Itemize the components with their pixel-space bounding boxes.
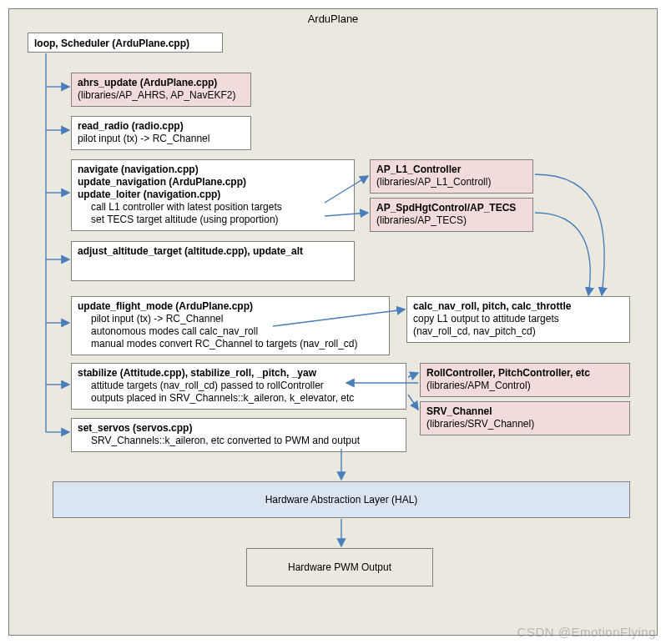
watermark: CSDN @EmotionFlying — [517, 625, 656, 639]
flight-d2: autonomous modes call calc_nav_roll — [78, 325, 258, 338]
stab-d2: outputs placed in SRV_Channels::k_ailero… — [78, 392, 354, 405]
box-hal: Hardware Abstraction Layer (HAL) — [53, 481, 630, 518]
nav-d2: set TECS target altitude (using proporti… — [78, 214, 279, 226]
nav-d1: call L1 controller with latest position … — [78, 201, 282, 214]
nav-l1: navigate (navigation.cpp) — [78, 164, 199, 175]
l1-title: AP_L1_Controller — [376, 164, 461, 175]
box-hardware-pwm: Hardware PWM Output — [246, 548, 433, 586]
rp-title: RollController, PitchController, etc — [426, 367, 590, 379]
ahrs-sub: (libraries/AP_AHRS, AP_NavEKF2) — [78, 89, 235, 101]
box-l1-controller: AP_L1_Controller (libraries/AP_L1_Contro… — [370, 159, 533, 194]
srv-sub: (libraries/SRV_Channel) — [426, 418, 534, 430]
box-srv-channel: SRV_Channel (libraries/SRV_Channel) — [420, 401, 630, 435]
box-stabilize: stabilize (Attitude.cpp), stabilize_roll… — [71, 363, 406, 410]
servos-sub: SRV_Channels::k_aileron, etc converted t… — [78, 435, 360, 447]
box-adjust-altitude: adjust_altitude_target (altitude.cpp), u… — [71, 241, 355, 281]
box-loop-scheduler: loop, Scheduler (ArduPlane.cpp) — [28, 33, 223, 53]
nav-l2: update_navigation (ArduPlane.cpp) — [78, 176, 246, 188]
calc-d1: copy L1 output to attitude targets — [413, 313, 559, 325]
stab-title: stabilize (Attitude.cpp), stabilize_roll… — [78, 367, 316, 379]
srv-title: SRV_Channel — [426, 405, 492, 417]
l1-sub: (libraries/AP_L1_Controll) — [376, 176, 491, 188]
hal-title: Hardware Abstraction Layer (HAL) — [265, 494, 418, 506]
diagram-canvas: ArduPlane loop, Scheduler (ArduPlane.cpp… — [8, 8, 658, 636]
ahrs-title: ahrs_update (ArduPlane.cpp) — [78, 77, 217, 88]
box-navigate: navigate (navigation.cpp) update_navigat… — [71, 159, 355, 231]
radio-title: read_radio (radio.cpp) — [78, 120, 184, 132]
calc-d2: (nav_roll_cd, nav_pitch_cd) — [413, 325, 536, 337]
alt-title: adjust_altitude_target (altitude.cpp), u… — [78, 245, 303, 257]
tecs-title: AP_SpdHgtControl/AP_TECS — [376, 202, 516, 214]
calc-title: calc_nav_roll, pitch, calc_throttle — [413, 300, 571, 312]
box-ahrs-update: ahrs_update (ArduPlane.cpp) (libraries/A… — [71, 73, 251, 107]
pwm-title: Hardware PWM Output — [288, 561, 391, 573]
flight-title: update_flight_mode (ArduPlane.cpp) — [78, 300, 253, 312]
box-read-radio: read_radio (radio.cpp) pilot input (tx) … — [71, 116, 251, 150]
tecs-sub: (libraries/AP_TECS) — [376, 214, 467, 226]
flight-d1: pilot input (tx) -> RC_Channel — [78, 313, 223, 325]
box-calc-nav-roll: calc_nav_roll, pitch, calc_throttle copy… — [406, 296, 630, 343]
box-tecs: AP_SpdHgtControl/AP_TECS (libraries/AP_T… — [370, 198, 533, 232]
box-set-servos: set_servos (servos.cpp) SRV_Channels::k_… — [71, 418, 406, 452]
flight-d3: manual modes convert RC_Channel to targe… — [78, 338, 358, 350]
box-update-flight-mode: update_flight_mode (ArduPlane.cpp) pilot… — [71, 296, 390, 355]
nav-l3: update_loiter (navigation.cpp) — [78, 189, 220, 200]
box-roll-pitch-controller: RollController, PitchController, etc (li… — [420, 363, 630, 397]
rp-sub: (libraries/APM_Control) — [426, 380, 531, 391]
diagram-title: ArduPlane — [9, 13, 657, 25]
radio-sub: pilot input (tx) -> RC_Channel — [78, 133, 209, 144]
servos-title: set_servos (servos.cpp) — [78, 422, 192, 434]
stab-d1: attitude targets (nav_roll_cd) passed to… — [78, 380, 324, 392]
loop-title: loop, Scheduler (ArduPlane.cpp) — [34, 38, 189, 49]
